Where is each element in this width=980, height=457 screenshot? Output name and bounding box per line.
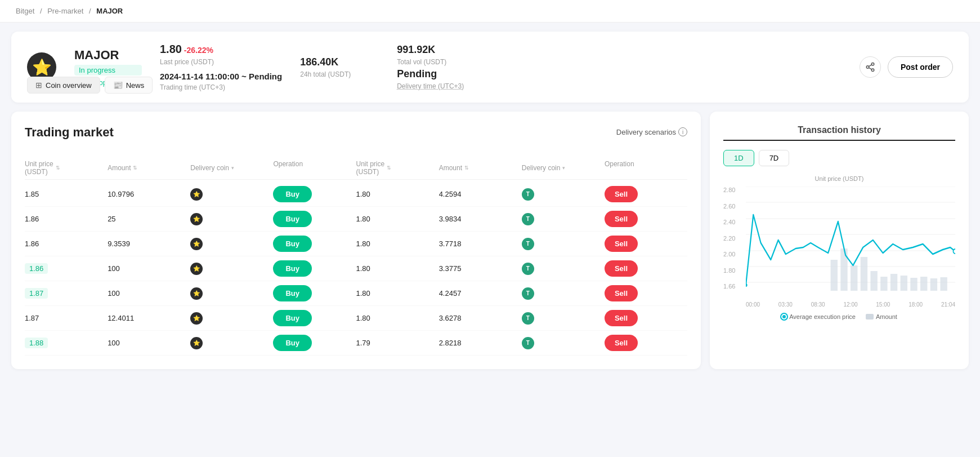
coin-left-4: ⭐ — [190, 287, 273, 300]
price-left-3: 1.86 — [25, 263, 108, 274]
sell-btn-4[interactable]: Sell — [605, 285, 638, 301]
amount-right-2: 3.7718 — [439, 239, 522, 248]
share-button[interactable] — [860, 56, 881, 78]
price-left-6: 1.88 — [25, 338, 108, 348]
col-unit-price-right[interactable]: Unit price(USDT)⇅ — [356, 160, 439, 176]
op-left-0[interactable]: Buy — [273, 186, 356, 202]
chart-tabs: 1D 7D — [723, 150, 955, 166]
col-unit-price-left[interactable]: Unit price(USDT)⇅ — [25, 160, 108, 176]
op-right-4[interactable]: Sell — [605, 285, 687, 301]
sell-btn-5[interactable]: Sell — [605, 310, 638, 326]
op-left-6[interactable]: Buy — [273, 335, 356, 351]
price-right-5: 1.80 — [356, 314, 439, 322]
op-right-2[interactable]: Sell — [605, 236, 687, 252]
total-vol-value: 991.92K — [397, 44, 476, 56]
coin-right-6: T — [522, 337, 605, 349]
breadcrumb-premarket[interactable]: Pre-market — [47, 7, 83, 15]
price-right-4: 1.80 — [356, 289, 439, 298]
price-right-1: 1.80 — [356, 215, 439, 223]
amount-right-1: 3.9834 — [439, 215, 522, 223]
svg-rect-16 — [870, 271, 877, 291]
breadcrumb-bitget[interactable]: Bitget — [16, 7, 34, 15]
svg-rect-21 — [920, 277, 927, 291]
coin-right-4: T — [522, 287, 605, 300]
col-amount-right[interactable]: Amount⇅ — [439, 160, 522, 176]
table-rows: 1.85 10.9796 ⭐ Buy 1.80 4.2594 T Sell 1.… — [25, 182, 687, 356]
tab-coin-overview[interactable]: ⊞ Coin overview — [27, 77, 100, 94]
buy-btn-2[interactable]: Buy — [273, 236, 312, 252]
main-content: Trading market Delivery scenarios i Unit… — [11, 112, 969, 369]
volume-24h-label: 24h total (USDT) — [300, 70, 379, 78]
sell-btn-0[interactable]: Sell — [605, 186, 638, 202]
trading-time-label: Trading time (UTC+3) — [160, 83, 282, 91]
op-right-1[interactable]: Sell — [605, 211, 687, 227]
price-row: 1.80 -26.22% — [160, 43, 282, 56]
buy-btn-6[interactable]: Buy — [273, 335, 312, 351]
buy-btn-0[interactable]: Buy — [273, 186, 312, 202]
coin-name: MAJOR — [74, 48, 142, 63]
chart-tab-1d[interactable]: 1D — [723, 150, 754, 166]
news-icon: 📰 — [113, 81, 123, 90]
tab-news[interactable]: 📰 News — [105, 77, 153, 94]
op-right-3[interactable]: Sell — [605, 260, 687, 277]
price-right-2: 1.80 — [356, 239, 439, 248]
amount-left-2: 9.3539 — [108, 239, 190, 248]
col-delivery-coin-right[interactable]: Delivery coin▾ — [522, 160, 605, 176]
header-tabs: ⊞ Coin overview 📰 News — [27, 77, 153, 94]
op-left-4[interactable]: Buy — [273, 285, 356, 301]
svg-point-24 — [746, 283, 748, 287]
amount-right-0: 4.2594 — [439, 190, 522, 198]
delivery-time-value: Pending — [397, 68, 476, 80]
amount-right-3: 3.3775 — [439, 264, 522, 273]
col-delivery-coin-left[interactable]: Delivery coin▾ — [190, 160, 273, 176]
sell-btn-6[interactable]: Sell — [605, 335, 638, 351]
header-actions: Post order — [860, 56, 953, 78]
price-label: Last price (USDT) — [160, 58, 282, 66]
legend-amount: Amount — [866, 313, 897, 320]
op-left-5[interactable]: Buy — [273, 310, 356, 326]
op-left-2[interactable]: Buy — [273, 236, 356, 252]
grid-icon: ⊞ — [35, 81, 42, 90]
volume-24h-value: 186.40K — [300, 56, 379, 68]
y-axis: 2.80 2.60 2.40 2.20 2.00 1.80 1.66 — [723, 187, 744, 290]
buy-btn-5[interactable]: Buy — [273, 310, 312, 326]
svg-rect-22 — [930, 278, 937, 291]
amount-left-0: 10.9796 — [108, 190, 190, 198]
buy-btn-1[interactable]: Buy — [273, 211, 312, 227]
col-amount-left[interactable]: Amount⇅ — [108, 160, 190, 176]
coin-left-2: ⭐ — [190, 238, 273, 250]
tab-coin-overview-label: Coin overview — [46, 81, 92, 90]
buy-btn-3[interactable]: Buy — [273, 260, 312, 277]
chart-title-bar: Transaction history — [723, 125, 955, 141]
amount-right-5: 3.6278 — [439, 314, 522, 322]
op-right-6[interactable]: Sell — [605, 335, 687, 351]
svg-rect-12 — [831, 260, 838, 291]
op-left-1[interactable]: Buy — [273, 211, 356, 227]
tab-news-label: News — [126, 81, 145, 90]
coin-right-5: T — [522, 312, 605, 325]
delivery-scenarios[interactable]: Delivery scenarios i — [616, 127, 687, 136]
op-right-0[interactable]: Sell — [605, 186, 687, 202]
table-row: 1.85 10.9796 ⭐ Buy 1.80 4.2594 T Sell — [25, 182, 687, 207]
table-row: 1.87 12.4011 ⭐ Buy 1.80 3.6278 T Sell — [25, 306, 687, 331]
chart-tab-7d[interactable]: 7D — [759, 150, 790, 166]
table-row: 1.87 100 ⭐ Buy 1.80 4.2457 T Sell — [25, 281, 687, 306]
coin-left-0: ⭐ — [190, 188, 273, 201]
op-right-5[interactable]: Sell — [605, 310, 687, 326]
legend-bar-label: Amount — [876, 313, 897, 320]
sell-btn-3[interactable]: Sell — [605, 260, 638, 277]
price-right-3: 1.80 — [356, 264, 439, 273]
post-order-button[interactable]: Post order — [888, 56, 953, 78]
trading-time: 2024-11-14 11:00:00 ~ Pending — [160, 72, 282, 81]
op-left-3[interactable]: Buy — [273, 260, 356, 277]
breadcrumb: Bitget / Pre-market / MAJOR — [0, 0, 980, 23]
amount-left-3: 100 — [108, 264, 190, 273]
sell-btn-2[interactable]: Sell — [605, 236, 638, 252]
info-icon: i — [678, 127, 687, 136]
coin-right-2: T — [522, 238, 605, 250]
svg-rect-23 — [940, 277, 947, 291]
legend-bar-rect — [866, 314, 874, 320]
buy-btn-4[interactable]: Buy — [273, 285, 312, 301]
table-row: 1.86 25 ⭐ Buy 1.80 3.9834 T Sell — [25, 207, 687, 232]
sell-btn-1[interactable]: Sell — [605, 211, 638, 227]
